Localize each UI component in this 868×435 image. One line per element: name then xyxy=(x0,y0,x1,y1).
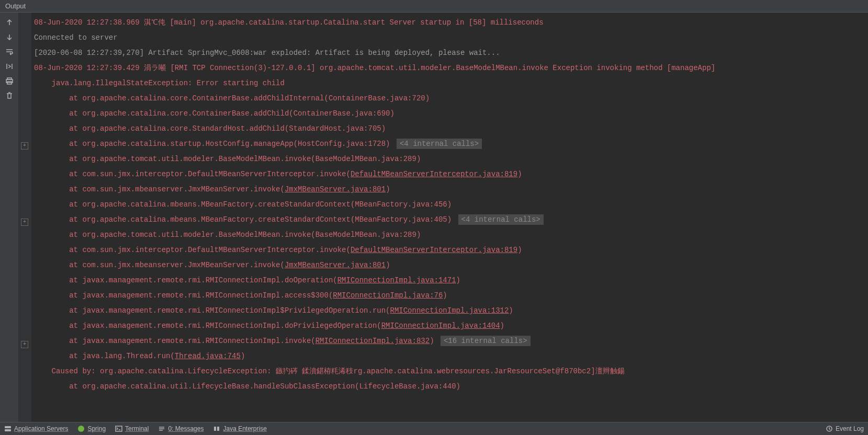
source-link[interactable]: RMIConnectionImpl.java:1471 xyxy=(337,276,456,284)
console-line: at com.sun.jmx.mbeanserver.JmxMBeanServe… xyxy=(34,258,868,273)
svg-rect-4 xyxy=(5,429,11,431)
status-java-ee[interactable]: Java Enterprise xyxy=(213,425,266,432)
internal-calls-badge[interactable]: <4 internal calls> xyxy=(397,139,482,149)
console-line: 08-Jun-2020 12:27:39.429 涓ラ噸 [RMI TCP Co… xyxy=(34,61,868,76)
console-line: at com.sun.jmx.mbeanserver.JmxMBeanServe… xyxy=(34,182,868,197)
source-link[interactable]: JmxMBeanServer.java:801 xyxy=(285,261,386,269)
internal-calls-badge[interactable]: <16 internal calls> xyxy=(441,336,531,346)
source-link[interactable]: RMIConnectionImpl.java:832 xyxy=(315,337,430,345)
output-header: Output xyxy=(0,0,868,13)
console-line: at org.apache.tomcat.util.modeler.BaseMo… xyxy=(34,152,868,167)
console-line: java.lang.IllegalStateException: Error s… xyxy=(34,76,868,91)
console-line: at java.lang.Thread.run(Thread.java:745) xyxy=(34,349,868,364)
svg-rect-8 xyxy=(217,427,219,431)
source-link[interactable]: DefaultMBeanServerInterceptor.java:819 xyxy=(351,170,517,178)
console-line: at org.apache.catalina.core.ContainerBas… xyxy=(34,106,868,121)
source-link[interactable]: JmxMBeanServer.java:801 xyxy=(285,185,386,193)
trash-icon[interactable] xyxy=(5,91,14,100)
console-line: at org.apache.catalina.mbeans.MBeanFacto… xyxy=(34,212,868,227)
fold-expand-icon[interactable]: + xyxy=(21,219,28,226)
terminal-icon xyxy=(115,425,122,432)
source-link[interactable]: RMIConnectionImpl.java:1404 xyxy=(381,322,500,330)
console-line: at org.apache.catalina.startup.HostConfi… xyxy=(34,136,868,152)
server-icon xyxy=(4,425,12,432)
event-log-icon xyxy=(826,425,833,432)
console-line: at com.sun.jmx.interceptor.DefaultMBeanS… xyxy=(34,243,868,258)
console-line: 08-Jun-2020 12:27:38.969 淇℃伅 [main] org.… xyxy=(34,15,868,30)
console-line: at com.sun.jmx.interceptor.DefaultMBeanS… xyxy=(34,167,868,182)
status-messages[interactable]: 0: Messages xyxy=(158,425,204,432)
output-title: Output xyxy=(5,2,26,10)
fold-gutter: +++ xyxy=(18,13,31,422)
print-icon[interactable] xyxy=(5,76,14,86)
status-event-log[interactable]: Event Log xyxy=(826,425,864,432)
status-terminal[interactable]: Terminal xyxy=(115,425,149,432)
console-line: at org.apache.tomcat.util.modeler.BaseMo… xyxy=(34,227,868,243)
status-spring[interactable]: Spring xyxy=(77,425,106,432)
console-line: at javax.management.remote.rmi.RMIConnec… xyxy=(34,303,868,318)
arrow-down-icon[interactable] xyxy=(5,32,14,42)
arrow-up-icon[interactable] xyxy=(5,18,14,27)
internal-calls-badge[interactable]: <4 internal calls> xyxy=(458,214,544,225)
main-area: +++ 08-Jun-2020 12:27:38.969 淇℃伅 [main] … xyxy=(0,13,868,422)
svg-rect-3 xyxy=(5,426,11,428)
console-line: at org.apache.catalina.mbeans.MBeanFacto… xyxy=(34,197,868,212)
source-link[interactable]: RMIConnectionImpl.java:1312 xyxy=(390,306,509,315)
svg-rect-7 xyxy=(214,427,216,431)
java-ee-icon xyxy=(213,425,220,432)
console-line: at javax.management.remote.rmi.RMIConnec… xyxy=(34,318,868,334)
svg-rect-6 xyxy=(116,426,122,431)
console-line: at org.apache.catalina.core.StandardHost… xyxy=(34,121,868,136)
console-line: Caused by: org.apache.catalina.Lifecycle… xyxy=(34,364,868,379)
console-line: at org.apache.catalina.util.LifecycleBas… xyxy=(34,379,868,394)
scroll-to-end-icon[interactable] xyxy=(5,62,14,71)
console-line: at javax.management.remote.rmi.RMIConnec… xyxy=(34,288,868,303)
console-line: [2020-06-08 12:27:39,270] Artifact Sprin… xyxy=(34,45,868,61)
fold-expand-icon[interactable]: + xyxy=(21,341,28,348)
console-line: at javax.management.remote.rmi.RMIConnec… xyxy=(34,334,868,349)
messages-icon xyxy=(158,425,165,432)
fold-expand-icon[interactable]: + xyxy=(21,142,28,150)
console-line: at javax.management.remote.rmi.RMIConnec… xyxy=(34,273,868,288)
source-link[interactable]: RMIConnectionImpl.java:76 xyxy=(333,291,443,300)
source-link[interactable]: Thread.java:745 xyxy=(175,352,241,360)
console-output[interactable]: 08-Jun-2020 12:27:38.969 淇℃伅 [main] org.… xyxy=(31,13,868,422)
soft-wrap-icon[interactable] xyxy=(5,47,14,56)
source-link[interactable]: DefaultMBeanServerInterceptor.java:819 xyxy=(351,246,517,254)
status-bar: Application Servers Spring Terminal 0: M… xyxy=(0,422,868,435)
spring-icon xyxy=(77,425,85,432)
status-app-servers[interactable]: Application Servers xyxy=(4,425,68,432)
svg-point-5 xyxy=(78,426,84,432)
console-line: at org.apache.catalina.core.ContainerBas… xyxy=(34,91,868,106)
console-line: Connected to server xyxy=(34,30,868,45)
tool-sidebar xyxy=(0,13,18,422)
